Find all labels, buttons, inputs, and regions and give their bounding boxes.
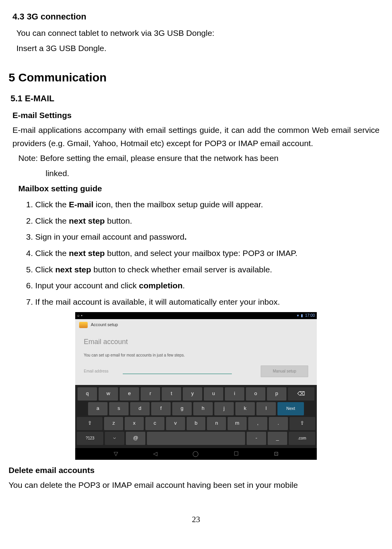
debug-icon: ▪	[81, 312, 83, 319]
key-h[interactable]: h	[193, 402, 213, 415]
status-right: ▾ ▮ 17:00	[297, 312, 315, 319]
usb-icon: ⍦	[77, 312, 79, 319]
key-y[interactable]: y	[183, 387, 202, 401]
shift-key-right-icon[interactable]: ⇧	[290, 417, 315, 430]
key-a[interactable]: a	[88, 402, 108, 415]
text: button.	[105, 216, 132, 225]
device-screen: ⍦ ▪ ▾ ▮ 17:00 Account setup Email accoun…	[75, 312, 317, 459]
key-s[interactable]: s	[109, 402, 129, 415]
key-k[interactable]: k	[235, 402, 255, 415]
at-key[interactable]: @	[126, 432, 145, 445]
shift-key-icon[interactable]: ⇧	[77, 417, 102, 430]
key-f[interactable]: f	[151, 402, 171, 415]
bold: next step	[69, 216, 105, 225]
bold: E-mail	[69, 200, 94, 209]
email-settings-heading: E-mail Settings	[12, 109, 383, 122]
key-u[interactable]: u	[204, 387, 223, 401]
body-text: You can connect tablet to network via 3G…	[16, 26, 383, 40]
space-key[interactable]	[147, 432, 245, 445]
key-i[interactable]: i	[225, 387, 244, 401]
step-4: 4. Click the next step button, and selec…	[26, 247, 383, 260]
key-period[interactable]: .	[269, 417, 288, 430]
key-n[interactable]: n	[207, 417, 226, 430]
key-r[interactable]: r	[141, 387, 160, 401]
body-text: Insert a 3G USB Dongle.	[16, 42, 383, 55]
key-p[interactable]: p	[267, 387, 286, 401]
bold: completion	[139, 281, 183, 290]
text: 6. Input your account and click	[26, 281, 139, 290]
bold: .	[184, 232, 187, 241]
key-t[interactable]: t	[162, 387, 181, 401]
key-l[interactable]: l	[256, 402, 276, 415]
bold: next step	[69, 249, 105, 258]
mic-icon[interactable]: ⏑	[105, 432, 124, 445]
key-c[interactable]: c	[145, 417, 164, 430]
embedded-screenshot: ⍦ ▪ ▾ ▮ 17:00 Account setup Email accoun…	[75, 312, 317, 459]
section-5-1-heading: 5.1 E-MAIL	[11, 92, 383, 105]
step-2: 2. Click the next step button.	[26, 214, 383, 228]
body-text: E-mail applications accompany with email…	[12, 124, 380, 150]
key-v[interactable]: v	[166, 417, 185, 430]
nav-back-icon[interactable]: ◁	[153, 449, 157, 458]
battery-icon: ▮	[301, 312, 303, 319]
email-field[interactable]	[123, 368, 232, 374]
wifi-icon: ▾	[297, 312, 299, 319]
backspace-icon[interactable]: ⌫	[288, 387, 314, 401]
kb-row-3: ⇧ z x c v b n m , . ⇧	[77, 417, 315, 430]
underscore-key[interactable]: _	[268, 432, 287, 445]
dotcom-key[interactable]: .com	[289, 432, 315, 445]
clock: 17:00	[305, 312, 315, 319]
step-7: 7. If the mail account is available, it …	[26, 295, 383, 309]
delete-accounts-heading: Delete email accounts	[9, 464, 383, 477]
key-d[interactable]: d	[130, 402, 150, 415]
step-1: 1. Click the E-mail icon, then the mailb…	[26, 198, 383, 211]
text: button to check whether email server is …	[91, 265, 272, 274]
dash-key[interactable]: -	[247, 432, 266, 445]
key-q[interactable]: q	[78, 387, 97, 401]
nav-recent-icon[interactable]: ☐	[234, 449, 239, 458]
key-b[interactable]: b	[187, 417, 206, 430]
soft-keyboard: q w e r t y u i o p ⌫ a s d f g h j k	[75, 385, 317, 448]
bold: next step	[55, 265, 91, 274]
key-z[interactable]: z	[104, 417, 123, 430]
key-m[interactable]: m	[228, 417, 247, 430]
next-key[interactable]: Next	[277, 402, 304, 415]
key-x[interactable]: x	[125, 417, 144, 430]
symbols-key[interactable]: ?123	[77, 432, 103, 445]
text: 2. Click the	[26, 216, 69, 225]
step-6: 6. Input your account and click completi…	[26, 279, 383, 292]
kb-row-4: ?123 ⏑ @ - _ .com	[77, 432, 315, 445]
manual-setup-button[interactable]: Manual setup	[261, 365, 308, 377]
nav-screenshot-icon[interactable]: ⊡	[274, 449, 279, 458]
nav-hide-icon[interactable]: ▽	[114, 449, 118, 458]
text: 5. Click	[26, 265, 55, 274]
mailbox-guide-heading: Mailbox setting guide	[18, 182, 383, 195]
key-comma[interactable]: ,	[248, 417, 267, 430]
setup-title: Email account	[84, 336, 308, 348]
email-label: Email address	[84, 368, 111, 374]
key-g[interactable]: g	[172, 402, 192, 415]
content-area: Email account You can set up email for m…	[75, 331, 317, 385]
nav-bar: ▽ ◁ ◯ ☐ ⊡	[75, 448, 317, 460]
key-w[interactable]: w	[99, 387, 118, 401]
text: 4. Click the	[26, 249, 69, 258]
text: 1. Click the	[26, 200, 69, 209]
nav-home-icon[interactable]: ◯	[192, 449, 199, 458]
key-j[interactable]: j	[214, 402, 234, 415]
app-header: Account setup	[75, 319, 317, 331]
kb-row-2: a s d f g h j k l Next	[77, 402, 315, 415]
status-left: ⍦ ▪	[77, 312, 83, 319]
text: 3. Sign in your email account and passwo…	[26, 232, 184, 241]
step-5: 5. Click next step button to check wheth…	[26, 263, 383, 276]
text: button, and select your mailbox type: PO…	[105, 249, 298, 258]
note-text-cont: linked.	[46, 167, 383, 180]
page-number: 23	[9, 513, 383, 526]
section-5-heading: 5 Communication	[9, 68, 383, 87]
key-e[interactable]: e	[120, 387, 139, 401]
input-row: Email address Manual setup	[84, 365, 308, 377]
key-o[interactable]: o	[246, 387, 265, 401]
step-3: 3. Sign in your email account and passwo…	[26, 230, 383, 244]
status-bar: ⍦ ▪ ▾ ▮ 17:00	[75, 312, 317, 319]
note-text: Note: Before setting the email, please e…	[18, 152, 383, 165]
text: .	[183, 281, 185, 290]
